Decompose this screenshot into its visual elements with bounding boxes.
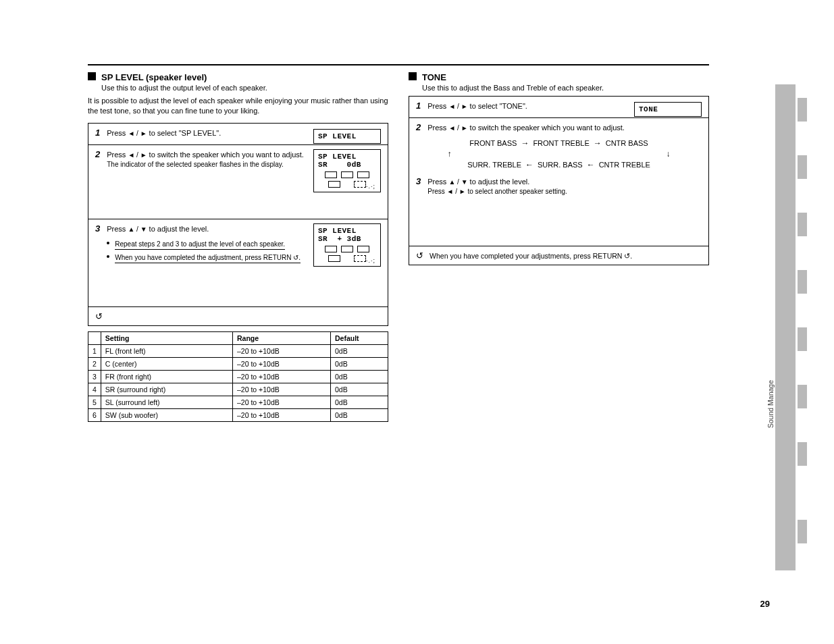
section-header: TONE Use this to adjust the Bass and Tre… [409,72,709,92]
sidebar-tab[interactable] [798,327,807,351]
section-title: SP LEVEL (speaker level) [101,72,267,82]
step-text: Press ▲ / ▼ to adjust the level. Press ◄… [427,177,702,196]
bullet-square-icon [409,72,417,80]
return-step: ↺ [88,307,388,325]
section-subtitle: Use this to adjust the Bass and Treble o… [422,84,604,92]
text: to adjust the level. [468,178,530,186]
step-text: Press ◄ / ► to select "TONE". [427,101,627,111]
table-row: 3FR (front right)–20 to +10dB0dB [88,370,388,383]
step-sub: Press ◄ / ► to select another speaker se… [427,188,702,196]
intro-note: It is possible to adjust the level of ea… [88,96,388,116]
sidebar-tab[interactable] [798,155,807,179]
table-header: Default [331,331,388,344]
bullet-text: When you have completed the adjustment, … [115,252,301,263]
left-right-arrows-icon: ◄ / ► [448,103,467,110]
settings-table: Setting Range Default 1FL (front left)–2… [88,331,388,422]
tab-label: Setup [766,211,775,230]
step-number: 2 [95,149,100,159]
step-text: Press ▲ / ▼ to adjust the level. Repeat … [107,224,307,266]
bullet-square-icon [88,72,96,80]
table-header [88,331,101,344]
step-3: 3 Press ▲ / ▼ to adjust the level. Repea… [88,219,388,307]
lcd-line2: SR 0dB [318,161,376,169]
table-row: 5SL (surround left)–20 to +10dB0dB [88,396,388,408]
flow-item: CNTR TREBLE [599,161,650,169]
step-text: Press ◄ / ► to select "SP LEVEL". [107,128,307,138]
bullet-dot-icon [107,255,109,258]
step-2: 2 Press ◄ / ► to switch the speaker whic… [88,145,388,219]
bullet-list: Repeat steps 2 and 3 to adjust the level… [107,239,307,263]
text: Press [107,129,128,137]
tab-label: Playback [766,263,775,292]
return-icon: ↺ [416,250,423,261]
return-step: ↺ When you have completed your adjustmen… [409,246,708,265]
sidebar-tab[interactable] [798,213,807,236]
sidebar-tab[interactable] [798,270,807,294]
flow-item: SURR. BASS [538,161,583,169]
speaker-layout-icon [318,246,376,262]
horizontal-rule [88,64,709,65]
sidebar-tab[interactable] [798,385,807,408]
return-text: When you have completed your adjustments… [429,252,632,260]
lcd-line1: SP LEVEL [318,153,376,161]
step-1: 1 Press ◄ / ► to select "SP LEVEL". SP L… [88,124,388,145]
tab-label: Index [766,520,775,537]
left-right-arrows-icon: ◄ / ► [447,188,466,195]
arrow-left-icon: ← [525,160,533,169]
text: to switch the speaker which you want to … [147,151,304,159]
step-text: Press ◄ / ► to switch the speaker which … [427,123,702,132]
step-2: 2 Press ◄ / ► to switch the speaker whic… [409,118,708,246]
section-subtitle: Use this to adjust the output level of e… [101,84,267,92]
text: to select "TONE". [468,102,527,110]
arrow-right-icon: → [594,138,602,148]
flow-item: CNTR BASS [606,139,648,147]
table-row: 2C (center)–20 to +10dB0dB [88,357,388,370]
lcd-display: SP LEVEL SR + 3dB [313,223,381,267]
sidebar-tab[interactable] [798,520,807,543]
step-sub: The indicator of the selected speaker fl… [107,161,307,169]
left-right-arrows-icon: ◄ / ► [448,124,467,132]
step-number: 3 [95,223,100,234]
lcd-line: SP LEVEL [318,132,376,140]
text: Press [427,102,448,110]
text: to adjust the level. [147,225,209,233]
left-column: SP LEVEL (speaker level) Use this to adj… [88,72,388,422]
page-number: 29 [760,599,770,609]
lcd-line1: SP LEVEL [318,227,376,235]
speaker-layout-icon [318,171,376,188]
arrow-left-icon: ← [587,160,595,169]
lcd-line: TONE [639,105,697,113]
up-down-arrows-icon: ▲ / ▼ [128,225,147,233]
arrow-up-icon: ↑ [448,149,452,159]
bullet-dot-icon [107,242,109,244]
arrow-right-icon: → [521,138,529,148]
tab-label: Connections [766,154,775,193]
sidebar-tab[interactable] [798,442,807,466]
table-row: 1FL (front left)–20 to +10dB0dB [88,344,388,357]
step-number: 2 [416,122,421,132]
text: to switch the speaker which you want to … [468,124,625,132]
text: Press [427,124,448,132]
tab-label: Others [766,437,775,459]
flow-item: FRONT BASS [469,139,517,147]
return-icon: ↺ [95,311,103,321]
table-header-row: Setting Range Default [88,331,388,344]
two-column-layout: SP LEVEL (speaker level) Use this to adj… [88,72,709,422]
table-header: Range [233,331,331,344]
lcd-display: TONE [634,102,702,117]
tab-label: Listening [766,323,775,351]
section-title: TONE [422,72,604,82]
lcd-line2: SR + 3dB [318,235,376,243]
sidebar-gray-column [775,84,796,570]
tab-label: Sound Manage [766,380,775,428]
flow-diagram: FRONT BASS → FRONT TREBLE → CNTR BASS ↑ … [416,138,702,169]
table-row: 4SR (surround right)–20 to +10dB0dB [88,383,388,396]
sidebar-tab[interactable] [798,98,807,122]
table-row: 6SW (sub woofer)–20 to +10dB0dB [88,408,388,421]
table-header: Setting [101,331,232,344]
text: Press [107,225,128,233]
step-number: 1 [95,128,100,138]
steps-container: 1 Press ◄ / ► to select "TONE". TONE 2 P… [409,96,709,265]
lcd-display: SP LEVEL SR 0dB [313,149,381,192]
right-column: TONE Use this to adjust the Bass and Tre… [409,72,709,422]
